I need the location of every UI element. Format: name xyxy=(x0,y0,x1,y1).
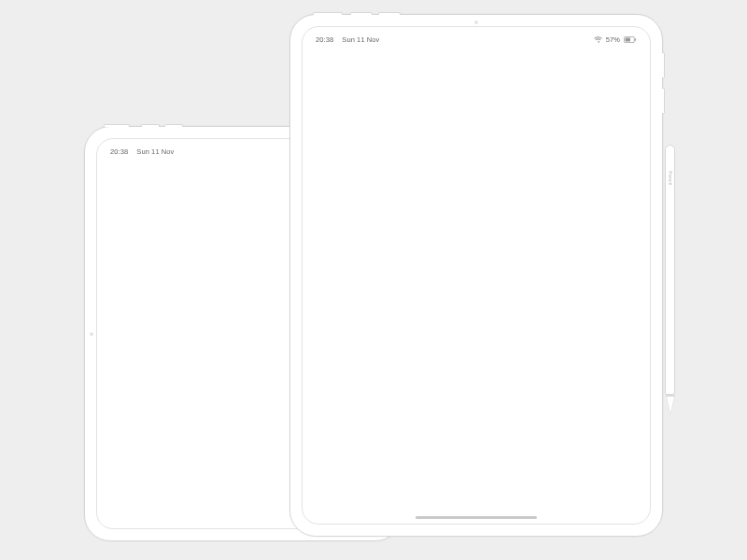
svg-rect-1 xyxy=(626,37,630,41)
home-indicator xyxy=(416,516,537,519)
status-date: Sun 11 Nov xyxy=(342,35,379,44)
pencil-tip-inner xyxy=(667,397,674,413)
tablet-device-large: 20:38 Sun 11 Nov 57% xyxy=(289,14,663,537)
status-right: 57% xyxy=(594,35,637,44)
side-button-1 xyxy=(662,52,665,78)
svg-rect-2 xyxy=(635,38,636,41)
magnetic-connector-dot xyxy=(90,332,93,336)
wifi-icon xyxy=(594,36,602,43)
volume-down-button xyxy=(378,12,401,15)
status-left: 20:38 Sun 11 Nov xyxy=(316,35,379,44)
volume-up-button xyxy=(350,12,373,15)
status-time: 20:38 xyxy=(110,147,128,156)
volume-up-button xyxy=(141,124,160,127)
tablet-screen-large: 20:38 Sun 11 Nov 57% xyxy=(302,26,651,525)
power-button xyxy=(104,124,130,127)
side-button-2 xyxy=(662,88,665,114)
status-date: Sun 11 Nov xyxy=(136,147,174,156)
battery-percentage: 57% xyxy=(606,35,620,44)
pencil-label: Pencil xyxy=(668,171,673,185)
status-time: 20:38 xyxy=(316,35,333,44)
volume-down-button xyxy=(164,124,183,127)
front-camera xyxy=(474,21,478,24)
status-left: 20:38 Sun 11 Nov xyxy=(110,147,174,156)
power-button xyxy=(313,12,343,15)
battery-icon xyxy=(624,36,637,43)
stylus-pencil: Pencil xyxy=(665,145,675,415)
status-bar: 20:38 Sun 11 Nov 57% xyxy=(316,33,637,46)
pencil-body: Pencil xyxy=(665,145,675,395)
